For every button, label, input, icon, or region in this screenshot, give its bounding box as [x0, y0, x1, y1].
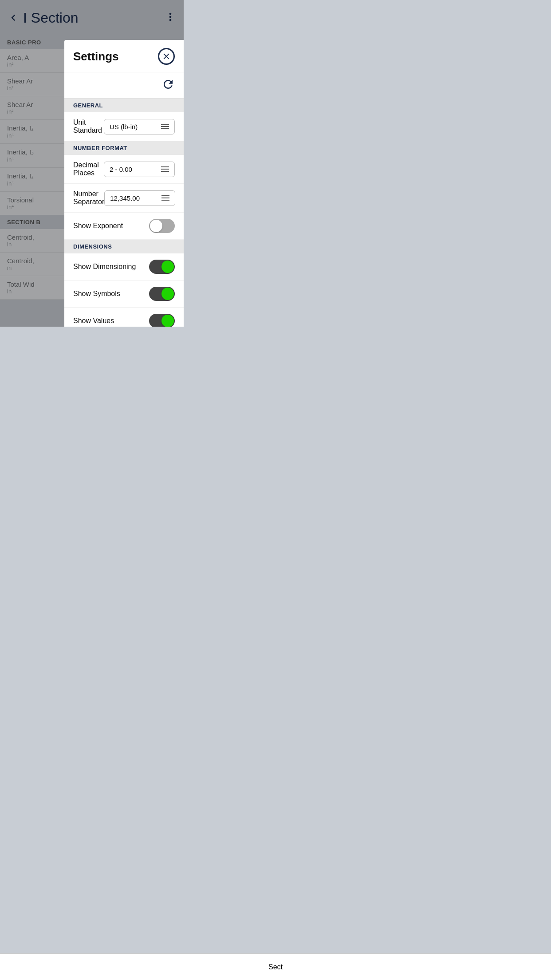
number-separator-row: Number Separator 12,345.00 [64, 184, 184, 213]
close-button[interactable] [158, 48, 175, 65]
toggle-knob [161, 288, 174, 300]
number-separator-dropdown[interactable]: 12,345.00 [104, 190, 175, 206]
toggle-knob [161, 261, 174, 273]
number-separator-value: 12,345.00 [110, 194, 140, 202]
show-values-toggle[interactable] [149, 314, 175, 327]
unit-standard-row: Unit Standard US (lb-in) [64, 112, 184, 141]
show-symbols-label: Show Symbols [73, 290, 120, 298]
decimal-places-row: Decimal Places 2 - 0.00 [64, 155, 184, 184]
decimal-places-dropdown[interactable]: 2 - 0.00 [104, 162, 175, 177]
show-exponent-row: Show Exponent [64, 213, 184, 240]
decimal-places-label: Decimal Places [73, 161, 104, 177]
refresh-button[interactable] [161, 78, 175, 93]
section-header-general: GENERAL [64, 99, 184, 112]
number-separator-label: Number Separator [73, 190, 104, 206]
unit-standard-label: Unit Standard [73, 119, 104, 134]
refresh-icon [161, 78, 175, 91]
show-symbols-row: Show Symbols [64, 281, 184, 308]
toggle-knob [150, 220, 162, 232]
dropdown-icon [161, 166, 169, 172]
dropdown-icon [161, 195, 169, 201]
show-values-label: Show Values [73, 317, 114, 325]
dropdown-icon [161, 124, 169, 129]
show-symbols-toggle[interactable] [149, 287, 175, 301]
toggle-knob [161, 315, 174, 327]
show-dimensioning-toggle[interactable] [149, 260, 175, 274]
decimal-places-value: 2 - 0.00 [110, 166, 132, 173]
unit-standard-dropdown[interactable]: US (lb-in) [104, 119, 175, 134]
section-header-number-format: NUMBER FORMAT [64, 141, 184, 155]
refresh-row [64, 72, 184, 99]
close-icon [161, 51, 171, 61]
show-dimensioning-row: Show Dimensioning [64, 253, 184, 281]
show-values-row: Show Values [64, 308, 184, 327]
settings-panel: Settings GENERAL Unit Standard US (lb-in… [64, 40, 184, 327]
show-exponent-label: Show Exponent [73, 222, 123, 230]
settings-title: Settings [73, 50, 119, 63]
settings-header: Settings [64, 40, 184, 72]
show-exponent-toggle[interactable] [149, 219, 175, 233]
unit-standard-value: US (lb-in) [110, 123, 138, 130]
show-dimensioning-label: Show Dimensioning [73, 263, 136, 271]
section-header-dimensions: DIMENSIONS [64, 240, 184, 253]
